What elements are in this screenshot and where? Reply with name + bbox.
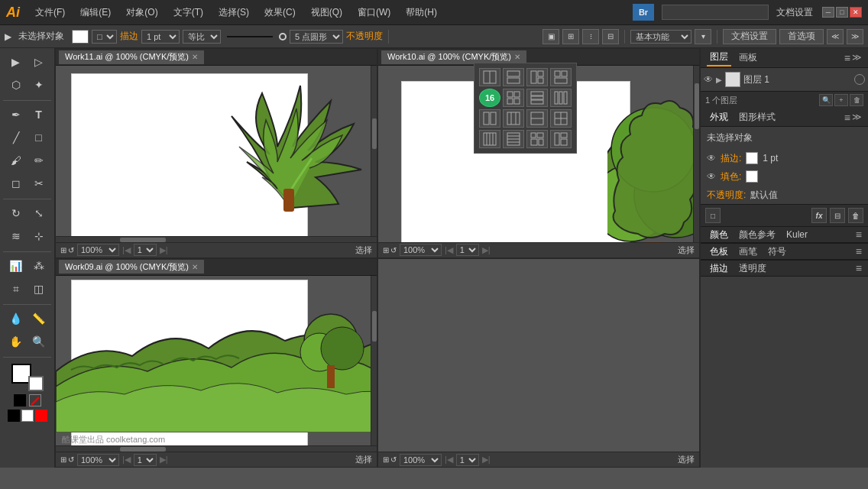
doc-tab-work10[interactable]: Work10.ai @ 100% (CMYK/预览) ✕ (381, 50, 526, 64)
zoom-select-work10[interactable]: 100% (400, 244, 442, 256)
line-tool[interactable]: ╱ (5, 127, 27, 148)
layers-tab[interactable]: 图层 (707, 49, 731, 66)
direct-select-tool[interactable]: ▷ (28, 51, 50, 73)
rotate-tool[interactable]: ↻ (5, 202, 27, 224)
stroke-color-box[interactable] (28, 376, 44, 391)
col-btn-16[interactable]: 16 (479, 89, 500, 107)
paintbrush-tool[interactable]: 🖌 (5, 150, 27, 171)
scrollbar-h-work09[interactable] (56, 445, 377, 452)
col-btn-15[interactable] (526, 130, 548, 148)
minimize-btn[interactable]: ─ (822, 7, 834, 18)
transparency-tab[interactable]: 透明度 (736, 261, 769, 277)
fill-appear-swatch[interactable] (746, 170, 758, 183)
hand-tool[interactable]: ✋ (5, 331, 27, 352)
appear-expand-icon[interactable]: ≫ (852, 112, 862, 124)
col-btn-4[interactable] (550, 68, 572, 86)
delete-appear-btn[interactable]: 🗑 (848, 208, 863, 223)
eyedropper-tool[interactable]: 💧 (5, 308, 27, 329)
select-tool-icon[interactable]: ▶ (5, 31, 15, 42)
color-ref-tab[interactable]: 颜色参考 (736, 227, 779, 243)
layout-single-icon[interactable]: ▣ (542, 29, 559, 44)
symbol-tool[interactable]: ⁂ (28, 255, 50, 277)
menu-object[interactable]: 对象(O) (120, 3, 164, 22)
col-btn-3[interactable] (526, 68, 548, 86)
col-btn-final[interactable] (550, 130, 572, 148)
red-swatch[interactable] (35, 410, 47, 422)
delete-layer-btn[interactable]: 🗑 (850, 94, 863, 106)
none-color-btn[interactable] (29, 394, 41, 406)
col-btn-7[interactable] (526, 89, 548, 107)
measure-tool[interactable]: 📏 (28, 308, 50, 329)
brushes-tab[interactable]: 画笔 (736, 244, 760, 260)
page-select-work10[interactable]: 1 (456, 244, 479, 256)
col-btn-9[interactable] (479, 109, 500, 128)
scrollbar-v-work10[interactable] (693, 66, 699, 242)
fill-visibility-icon[interactable]: 👁 (707, 171, 716, 182)
layer-expand-icon[interactable]: ▶ (716, 76, 722, 84)
col-btn-1[interactable] (479, 68, 500, 86)
layer-visibility-icon[interactable]: 👁 (704, 74, 713, 85)
fill-appear-label[interactable]: 填色: (721, 170, 741, 183)
menu-effect[interactable]: 效果(C) (258, 3, 302, 22)
white-swatch[interactable] (21, 410, 34, 422)
col-btn-10[interactable] (503, 109, 524, 128)
col-btn-11[interactable] (526, 109, 548, 128)
menu-edit[interactable]: 编辑(E) (74, 3, 117, 22)
new-layer-btn[interactable]: + (834, 94, 848, 106)
pencil-tool[interactable]: ✏ (28, 150, 50, 171)
extra-icon[interactable]: ≪ (827, 29, 844, 44)
selection-tool[interactable]: ▶ (5, 51, 27, 73)
scrollbar-v-work11[interactable] (371, 66, 377, 242)
panel-options-icon[interactable]: ≡ (844, 52, 850, 64)
doc-settings-btn[interactable]: 文档设置 (723, 29, 776, 44)
preferences-btn[interactable]: 首选项 (779, 29, 824, 44)
black-swatch[interactable] (8, 410, 20, 422)
doc-tab-close-work09[interactable]: ✕ (192, 263, 198, 271)
col-btn-12[interactable] (550, 109, 572, 128)
stroke-appear-label[interactable]: 描边: (721, 152, 741, 165)
doc-tab-close-work10[interactable]: ✕ (514, 53, 520, 61)
stroke-color-swatch[interactable] (72, 30, 89, 44)
swatches-tab[interactable]: 色板 (707, 244, 731, 260)
col-btn-2[interactable] (503, 68, 524, 86)
scissors-tool[interactable]: ✂ (28, 173, 50, 194)
col-btn-6[interactable] (503, 89, 524, 107)
scrollbar-h-work11[interactable] (56, 236, 377, 242)
appearance-tab[interactable]: 外观 (707, 109, 731, 125)
menu-help[interactable]: 帮助(H) (400, 3, 443, 22)
panel-toggle-icon[interactable]: ≫ (847, 29, 863, 44)
bridge-logo[interactable]: Br (633, 4, 654, 21)
layer-target-circle[interactable] (854, 74, 865, 85)
clear-appear-btn[interactable]: ⊟ (830, 208, 845, 223)
symbols-tab[interactable]: 符号 (765, 244, 789, 260)
zoom-select-empty[interactable]: 100% (400, 454, 442, 466)
opacity-appear-label[interactable]: 不透明度: (707, 189, 746, 202)
close-btn[interactable]: ✕ (850, 7, 862, 18)
layout-4col-icon[interactable]: ⊟ (602, 29, 619, 44)
type-tool[interactable]: T (28, 104, 50, 125)
new-appear-item-btn[interactable]: □ (705, 208, 721, 223)
swatches-panel-options-icon[interactable]: ≡ (856, 245, 862, 257)
stroke-scale-select[interactable]: 等比 (183, 30, 221, 44)
col-btn-8[interactable] (550, 89, 572, 107)
layout-2col-icon[interactable]: ⊞ (562, 29, 579, 44)
doc-tab-work09[interactable]: Work09.ai @ 100% (CMYK/预览) ✕ (59, 260, 204, 274)
panel-expand-icon[interactable]: ≫ (852, 52, 862, 64)
warp-tool[interactable]: ≋ (5, 225, 27, 247)
kuler-tab[interactable]: Kuler (783, 228, 811, 241)
stroke-type-select[interactable]: □ (92, 30, 117, 44)
magic-wand-tool[interactable]: ✦ (28, 74, 50, 96)
stroke-appear-swatch[interactable] (746, 152, 758, 164)
color-tab[interactable]: 颜色 (707, 227, 731, 243)
stroke-label[interactable]: 描边 (120, 30, 138, 43)
workspace-options-icon[interactable]: ▾ (695, 29, 711, 44)
page-select-work11[interactable]: 1 (134, 244, 157, 256)
graph-tool[interactable]: 📊 (5, 255, 27, 277)
lasso-tool[interactable]: ⬡ (5, 74, 27, 96)
menu-text[interactable]: 文字(T) (167, 3, 209, 22)
menu-select[interactable]: 选择(S) (212, 3, 255, 22)
doc-tab-close-work11[interactable]: ✕ (192, 53, 198, 61)
mesh-tool[interactable]: ⌗ (5, 278, 27, 300)
stroke-panel-tab[interactable]: 描边 (707, 261, 731, 277)
zoom-select-work11[interactable]: 100% (77, 244, 119, 256)
